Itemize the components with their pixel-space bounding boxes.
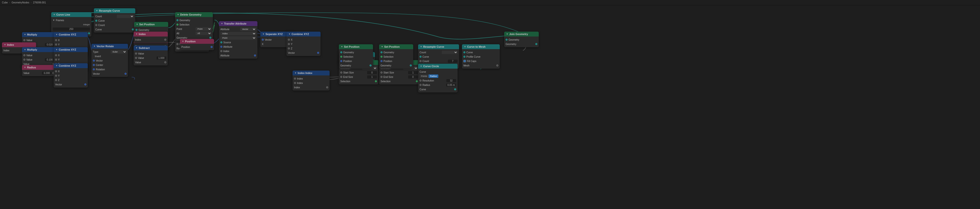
- y-socket[interactable]: [55, 44, 57, 46]
- res-value[interactable]: 32: [446, 79, 456, 82]
- end-value[interactable]: 1: [367, 75, 377, 79]
- val-value[interactable]: 0.100: [45, 58, 55, 61]
- val-socket[interactable]: [24, 54, 25, 56]
- geo-socket[interactable]: [506, 39, 508, 41]
- geo-socket[interactable]: [177, 19, 178, 21]
- attr-socket[interactable]: [220, 46, 222, 48]
- start-value[interactable]: 0: [367, 71, 377, 74]
- val-value[interactable]: 1.000: [156, 57, 166, 60]
- idx-socket[interactable]: [220, 50, 222, 52]
- center-socket[interactable]: [93, 64, 95, 66]
- sel-socket[interactable]: [380, 56, 382, 58]
- node-header-subtract-1[interactable]: ▼ Subtract: [134, 46, 168, 51]
- geo-socket[interactable]: [340, 51, 342, 53]
- x-socket[interactable]: [288, 39, 290, 41]
- node-header-resample-curve-1[interactable]: ▼ Resample Curve: [94, 8, 135, 13]
- z-socket[interactable]: [55, 79, 57, 81]
- pos-socket[interactable]: [380, 60, 382, 62]
- idx1-socket[interactable]: [294, 78, 296, 79]
- node-header-index-index-1[interactable]: ▼ Index Index: [293, 71, 329, 75]
- count-socket[interactable]: [420, 60, 422, 62]
- pos-socket[interactable]: [340, 60, 342, 62]
- start-socket[interactable]: [380, 71, 382, 73]
- mesh-out-socket[interactable]: [496, 65, 498, 66]
- val-value[interactable]: 0.020: [45, 43, 55, 46]
- vec-out-socket[interactable]: [84, 84, 86, 86]
- count-dropdown[interactable]: [117, 14, 134, 18]
- start-value[interactable]: 1: [408, 71, 418, 74]
- geo-out-socket[interactable]: [535, 43, 537, 45]
- geo-out-socket[interactable]: [410, 65, 412, 66]
- node-header-delete-geometry-1[interactable]: ▼ Delete Geometry: [175, 12, 213, 17]
- pos-socket[interactable]: [211, 46, 213, 48]
- node-header-curve-circle-1[interactable]: ▼ Curve Circle: [418, 64, 458, 69]
- x-socket[interactable]: [55, 39, 57, 41]
- y-socket[interactable]: [55, 59, 57, 60]
- node-header-vector-rotate-1[interactable]: ▼ Vector Rotate: [91, 44, 128, 49]
- points-btn[interactable]: Points: [420, 74, 429, 78]
- curve-socket[interactable]: [463, 51, 465, 53]
- count-value[interactable]: 7: [448, 60, 458, 63]
- source-socket[interactable]: [220, 41, 222, 43]
- start-socket[interactable]: [340, 71, 342, 73]
- geo-socket[interactable]: [135, 29, 137, 31]
- count-dropdown[interactable]: [442, 51, 458, 54]
- curve-socket[interactable]: [420, 56, 422, 58]
- node-header-combine-xyz-4[interactable]: ▼ Combine XYZ: [286, 32, 321, 36]
- geo-out-socket[interactable]: [369, 65, 372, 66]
- vec-out-socket[interactable]: [124, 73, 127, 75]
- sel-socket[interactable]: [340, 56, 342, 58]
- val-value[interactable]: 6.000: [42, 71, 52, 75]
- end-socket[interactable]: [380, 76, 382, 78]
- node-canvas[interactable]: ▼ Curve Line ▼ Frames Integer 250 Curve …: [0, 5, 980, 209]
- curve-out-socket[interactable]: [454, 88, 456, 90]
- fillcaps-checkbox[interactable]: [463, 60, 466, 62]
- profile-socket[interactable]: [463, 56, 465, 58]
- dd3[interactable]: Point: [220, 36, 256, 40]
- vec-out-socket[interactable]: [317, 52, 319, 54]
- node-header-combine-xyz-3[interactable]: ▼ Combine XYZ: [54, 63, 88, 68]
- node-header-combine-xyz-2[interactable]: ▼ Combine XYZ: [54, 47, 88, 52]
- x-socket[interactable]: [55, 70, 57, 72]
- node-header-set-position-1[interactable]: ▼ Set Position: [134, 22, 168, 27]
- y-socket[interactable]: [55, 75, 57, 77]
- sel-out-socket[interactable]: [375, 80, 377, 82]
- count-input-socket[interactable]: [95, 24, 97, 26]
- vec-socket[interactable]: [262, 39, 264, 41]
- radius-value[interactable]: 0.05 m: [446, 84, 456, 87]
- idx2-socket[interactable]: [294, 82, 296, 84]
- end-socket[interactable]: [340, 76, 342, 78]
- radius-socket[interactable]: [420, 84, 422, 86]
- type-dropdown[interactable]: Euler: [111, 50, 127, 54]
- node-header-multiply-1[interactable]: ▼ Multiply: [22, 32, 56, 37]
- topbar-geometry-nodes[interactable]: GeometryNodes: [11, 1, 29, 4]
- node-header-combine-xyz-1[interactable]: ▼ Combine XYZ: [54, 32, 88, 37]
- val-socket[interactable]: [24, 59, 25, 60]
- sel-socket[interactable]: [177, 24, 178, 25]
- geo-out-socket[interactable]: [209, 37, 212, 39]
- node-header-transfer-attribute-1[interactable]: ▼ Transfer Attribute: [219, 21, 258, 26]
- rot-socket[interactable]: [93, 68, 95, 70]
- attr-dropdown[interactable]: Vector: [240, 27, 256, 31]
- node-header-curve-line-1[interactable]: ▼ Curve Line: [51, 12, 91, 17]
- node-header-set-position-3[interactable]: ▼ Set Position: [379, 44, 413, 49]
- topbar-cube[interactable]: Cube: [2, 1, 8, 4]
- val-socket[interactable]: [135, 52, 137, 54]
- domain-dropdown[interactable]: Point: [196, 27, 212, 31]
- vec-socket[interactable]: [93, 60, 95, 62]
- node-header-join-geometry-1[interactable]: ▼ Join Geometry: [504, 32, 539, 36]
- points-radius-toggle[interactable]: Points Radius: [420, 74, 438, 78]
- end-value[interactable]: 0: [408, 75, 418, 79]
- radius-btn[interactable]: Radius: [429, 74, 438, 78]
- val-socket[interactable]: [135, 57, 137, 59]
- curve-input-socket[interactable]: [95, 20, 97, 22]
- index-socket[interactable]: [164, 39, 166, 41]
- val-socket[interactable]: [24, 39, 25, 41]
- res-socket[interactable]: [420, 79, 422, 81]
- b-socket[interactable]: [177, 43, 178, 45]
- geo-socket[interactable]: [380, 51, 382, 53]
- sel-out-socket[interactable]: [416, 80, 418, 82]
- node-header-resample-curve-2[interactable]: ▼ Resample Curve: [418, 44, 459, 49]
- frames-value[interactable]: 250: [52, 27, 90, 31]
- node-header-index-2[interactable]: ▼ Index: [134, 32, 168, 36]
